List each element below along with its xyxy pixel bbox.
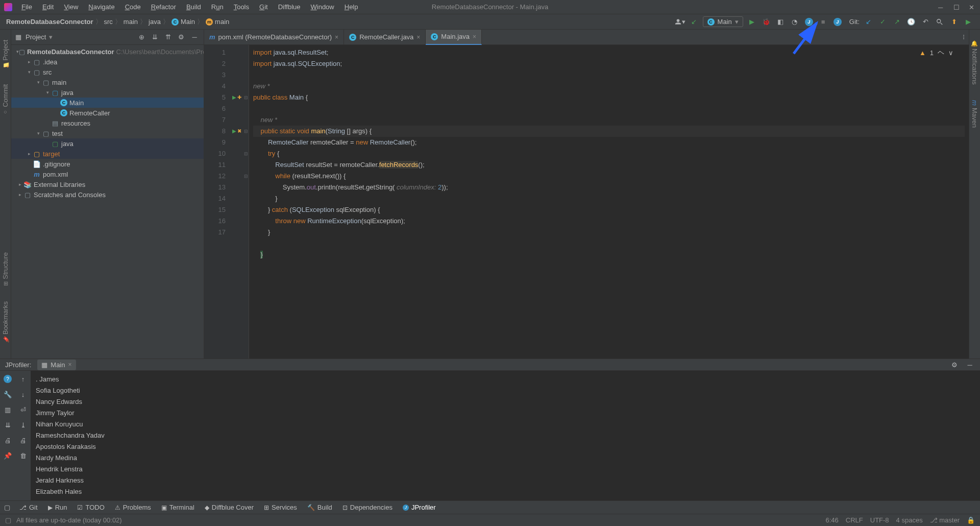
- tab-problems[interactable]: ⚠ Problems: [111, 503, 155, 512]
- gutter-project[interactable]: 📁 Project: [2, 40, 9, 69]
- tree-remotecaller[interactable]: CRemoteCaller: [11, 108, 204, 118]
- menu-run[interactable]: Run: [207, 2, 228, 12]
- tree-root[interactable]: ▾▢RemoteDatabaseConnectorC:\Users\beart\…: [11, 46, 204, 57]
- vcs-rollback-icon[interactable]: ↶: [920, 16, 931, 28]
- close-icon[interactable]: ×: [473, 33, 476, 40]
- vcs-push-icon[interactable]: ↗: [891, 16, 902, 28]
- close-button[interactable]: ✕: [969, 4, 976, 11]
- clear-icon[interactable]: 🗑: [18, 450, 28, 461]
- tree-resources[interactable]: ▤resources: [11, 118, 204, 128]
- git-branch[interactable]: ⎇ master: [930, 516, 960, 524]
- jprofiler-down-icon[interactable]: ⇊: [3, 420, 13, 430]
- tree-scratches[interactable]: ▸▢Scratches and Consoles: [11, 189, 204, 200]
- vcs-commit-icon[interactable]: ✓: [877, 16, 888, 28]
- next-highlight-icon[interactable]: ∨: [948, 49, 953, 57]
- ide-update-icon[interactable]: ⬆: [948, 16, 960, 28]
- menu-help[interactable]: Help: [340, 2, 362, 12]
- panel-hide-icon[interactable]: ─: [965, 360, 975, 370]
- tree-pom[interactable]: mpom.xml: [11, 169, 204, 179]
- tree-java[interactable]: ▾▢java: [11, 87, 204, 98]
- menu-refactor[interactable]: Refactor: [147, 2, 180, 12]
- tab-services[interactable]: ⊞ Services: [260, 503, 301, 512]
- caret-position[interactable]: 6:46: [825, 516, 838, 524]
- menu-window[interactable]: Window: [306, 2, 338, 12]
- tab-build[interactable]: 🔨 Build: [303, 503, 336, 512]
- tab-pom[interactable]: mpom.xml (RemoteDatabaseConnector)×: [204, 30, 344, 45]
- search-icon[interactable]: [934, 16, 945, 28]
- gutter-structure[interactable]: ⊞ Structure: [2, 252, 9, 286]
- gutter-maven[interactable]: m Maven: [971, 100, 978, 128]
- tree-extlib[interactable]: ▸📚External Libraries: [11, 179, 204, 189]
- expand-all-icon[interactable]: ⇊: [150, 32, 160, 42]
- hide-icon[interactable]: ─: [189, 32, 200, 42]
- jprofiler-session-tab[interactable]: ▦ Main ×: [37, 360, 76, 370]
- crumb-project[interactable]: RemoteDatabaseConnector: [6, 18, 93, 26]
- tree-target[interactable]: ▸▢target: [11, 149, 204, 159]
- jprofiler-screen-icon[interactable]: ▥: [3, 404, 13, 415]
- tab-remotecaller[interactable]: CRemoteCaller.java×: [344, 30, 426, 45]
- menu-git[interactable]: Git: [255, 2, 272, 12]
- tree-idea[interactable]: ▸▢.idea: [11, 57, 204, 67]
- collapse-all-icon[interactable]: ⇈: [163, 32, 173, 42]
- run-method-icon[interactable]: ▶: [232, 126, 236, 137]
- tree-main-class[interactable]: CMain: [11, 98, 204, 108]
- menu-build[interactable]: Build: [182, 2, 205, 12]
- tab-diffblue[interactable]: ◆ Diffblue Cover: [201, 503, 258, 512]
- fold-icon[interactable]: ⊟: [243, 126, 249, 137]
- tab-dependencies[interactable]: ⊡ Dependencies: [338, 503, 397, 512]
- scroll-end-icon[interactable]: ⤓: [18, 420, 28, 430]
- settings-icon[interactable]: ⚙: [176, 32, 186, 42]
- close-icon[interactable]: ×: [68, 361, 71, 368]
- menu-view[interactable]: View: [60, 2, 82, 12]
- tab-terminal[interactable]: ▣ Terminal: [157, 503, 199, 512]
- diffblue-icon[interactable]: ▶: [963, 16, 974, 28]
- run-config-select[interactable]: C Main ▾: [703, 16, 743, 27]
- tab-main[interactable]: CMain.java×: [426, 30, 482, 45]
- jprofiler-print-icon[interactable]: 🖨: [3, 435, 13, 445]
- jprofiler-wrench-icon[interactable]: 🔧: [3, 389, 13, 399]
- tree-gitignore[interactable]: 📄.gitignore: [11, 159, 204, 169]
- crumb-src[interactable]: src: [104, 18, 113, 26]
- fold-icon[interactable]: ⊟: [243, 92, 249, 103]
- diffblue-gutter-icon[interactable]: ✚: [237, 92, 241, 103]
- tree-test-java[interactable]: ▢java: [11, 138, 204, 149]
- encoding[interactable]: UTF-8: [870, 516, 889, 524]
- menu-diffblue[interactable]: Diffblue: [274, 2, 305, 12]
- quick-access-icon[interactable]: ▢: [4, 504, 10, 511]
- coverage-icon[interactable]: ◧: [775, 16, 786, 28]
- indent[interactable]: 4 spaces: [896, 516, 923, 524]
- menu-navigate[interactable]: Navigate: [84, 2, 118, 12]
- close-icon[interactable]: ×: [335, 34, 338, 41]
- vcs-history-icon[interactable]: 🕓: [905, 16, 917, 28]
- crumb-class[interactable]: Main: [181, 18, 195, 26]
- diffblue-gutter-icon[interactable]: ✖: [237, 126, 241, 137]
- gutter-notifications[interactable]: 🔔 Notifications: [971, 40, 978, 85]
- prev-highlight-icon[interactable]: ヘ: [938, 48, 944, 57]
- jprofiler-info-icon[interactable]: ?: [3, 374, 13, 384]
- maximize-button[interactable]: ☐: [953, 4, 961, 11]
- tab-run[interactable]: ▶ Run: [44, 503, 71, 512]
- run-icon[interactable]: ▶: [746, 16, 757, 28]
- fold-icon[interactable]: ⊟: [243, 171, 249, 182]
- menu-code[interactable]: Code: [121, 2, 145, 12]
- line-separator[interactable]: CRLF: [846, 516, 863, 524]
- print-icon[interactable]: 🖨: [18, 435, 28, 445]
- menu-tools[interactable]: Tools: [230, 2, 253, 12]
- jprofiler-attach-icon[interactable]: J: [832, 16, 843, 28]
- status-icon[interactable]: ▢: [5, 516, 11, 524]
- back-icon[interactable]: ↙: [689, 16, 700, 28]
- debug-icon[interactable]: 🐞: [761, 16, 772, 28]
- crumb-java[interactable]: java: [149, 18, 161, 26]
- jprofiler-icon[interactable]: J: [803, 16, 815, 28]
- profile-icon[interactable]: ◔: [789, 16, 800, 28]
- code-area[interactable]: import java.sql.ResultSet; import java.s…: [249, 45, 969, 358]
- vcs-update-icon[interactable]: ↙: [863, 16, 874, 28]
- close-icon[interactable]: ×: [416, 34, 420, 41]
- tab-git[interactable]: ⎇ Git: [15, 503, 42, 512]
- minimize-button[interactable]: ─: [938, 4, 945, 11]
- select-opened-icon[interactable]: ⊕: [136, 32, 146, 42]
- crumb-method[interactable]: main: [215, 18, 229, 26]
- gutter-commit[interactable]: ○ Commit: [2, 84, 9, 115]
- menu-edit[interactable]: Edit: [38, 2, 58, 12]
- lock-icon[interactable]: 🔒: [967, 516, 975, 524]
